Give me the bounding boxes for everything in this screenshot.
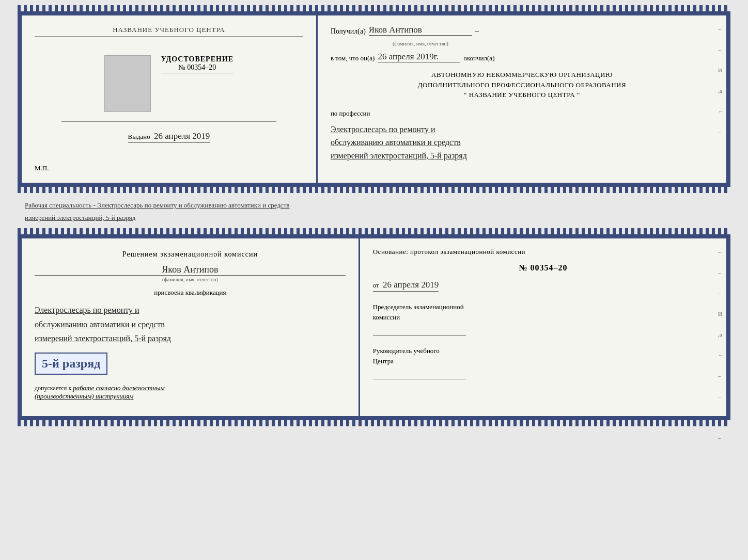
bottom-strip-diploma [18,187,730,193]
vydano-date: 26 апреля 2019 [154,131,210,141]
qual-prof-line3: измерений электростанций, 5-й разряд [35,331,346,345]
diploma-left-middle: УДОСТОВЕРЕНИЕ № 00354–20 Выдано 26 апрел… [35,55,303,143]
qual-prof-line2: обслуживанию автоматики и средств [35,317,346,331]
diploma-right-panel: Получил(а) Яков Антипов – (фамилия, имя,… [318,15,726,183]
fio-block: Яков Антипов (фамилия, имя, отчество) [35,264,346,282]
diploma-inner: НАЗВАНИЕ УЧЕБНОГО ЦЕНТРА УДОСТОВЕРЕНИЕ №… [18,11,730,187]
top-strip-qual [18,228,730,234]
top-strip [18,5,730,11]
diploma-center-name: НАЗВАНИЕ УЧЕБНОГО ЦЕНТРА [35,26,303,37]
dopuskaetsya-block: допускается к работе согласно должностны… [35,384,346,401]
specialty-text-line2: измерений электростанций, 5-й разряд [20,211,728,223]
bottom-strip-qual [18,420,730,426]
qual-right-panel: Основание: протокол экзаменационной коми… [360,238,726,416]
ano-line3: " НАЗВАНИЕ УЧЕБНОГО ЦЕНТРА " [331,90,713,100]
profession-line3: измерений электростанций, 5-й разряд [331,149,713,163]
protokol-number: № 00354–20 [373,263,713,273]
poluchil-label: Получил(а) [331,27,366,36]
dopuskaetsya-label: допускается к [35,385,71,392]
diploma-left-panel: НАЗВАНИЕ УЧЕБНОГО ЦЕНТРА УДОСТОВЕРЕНИЕ №… [22,15,318,183]
chairman-label: Председатель экзаменационной [373,302,713,312]
big-rank-badge: 5-й разряд [35,353,107,375]
qual-card-wrapper: Решением экзаменационной комиссии Яков А… [18,228,730,426]
ot-row: от 26 апреля 2019 [373,280,713,292]
vydano-row: Выдано 26 апреля 2019 [128,131,210,143]
ot-date: 26 апреля 2019 [383,280,439,290]
ano-line2: ДОПОЛНИТЕЛЬНОГО ПРОФЕССИОНАЛЬНОГО ОБРАЗО… [331,80,713,90]
qual-card: Решением экзаменационной комиссии Яков А… [18,234,730,420]
rukov-label: Руководитель учебного [373,346,713,356]
prisvоena-label: присвоена квалификация [35,289,346,297]
dopuskaetsya-text: работе согласно должностным [73,384,165,392]
vtom-date: 26 апреля 2019г. [378,52,439,61]
udost-number: № 00354–20 [161,63,233,73]
chairman-signature-line [373,325,466,335]
dopuskaetsya-text2: (производственным) инструкциям [35,392,134,400]
vtom-date-field: 26 апреля 2019г. [378,52,460,62]
side-marks: – – И ,а ← – [718,26,724,135]
resheniem-title: Решением экзаменационной комиссии [35,249,346,260]
profession-block: Электрослесарь по ремонту и обслуживанию… [331,123,713,163]
ot-label: от [373,281,379,289]
ano-block: АВТОНОМНУЮ НЕКОММЕРЧЕСКУЮ ОРГАНИЗАЦИЮ ДО… [331,70,713,100]
mp-label: М.П. [35,164,49,172]
vtom-label: в том, что он(а) [331,54,375,62]
dash: – [475,27,479,36]
qual-prof-line1: Электрослесарь по ремонту и [35,303,346,317]
qual-fio: Яков Антипов [35,264,346,275]
po-professii-label: по профессии [331,109,713,118]
fio-caption-top: (фамилия, имя, отчество) [393,41,713,46]
profession-line1: Электрослесарь по ремонту и [331,123,713,136]
osnovanie-title: Основание: протокол экзаменационной коми… [373,248,713,256]
specialty-separator: Рабочая специальность - Электрослесарь п… [18,197,730,224]
chairman-label2: комиссии [373,312,713,323]
vtom-row: в том, что он(а) 26 апреля 2019г. окончи… [331,52,713,62]
okonchil-label: окончил(а) [463,54,494,62]
diploma-card: НАЗВАНИЕ УЧЕБНОГО ЦЕНТРА УДОСТОВЕРЕНИЕ №… [18,5,730,193]
udost-row: УДОСТОВЕРЕНИЕ № 00354–20 [35,55,303,112]
rukov-label2: Центра [373,356,713,366]
poluchil-row: Получил(а) Яков Антипов – [331,25,713,36]
rukov-block: Руководитель учебного Центра [373,346,713,379]
vydano-label: Выдано [128,133,150,140]
qual-left-panel: Решением экзаменационной комиссии Яков А… [22,238,360,416]
specialty-text-line1: Рабочая специальность - Электрослесарь п… [20,198,728,211]
udost-text: УДОСТОВЕРЕНИЕ № 00354–20 [161,55,233,73]
udost-title: УДОСТОВЕРЕНИЕ [161,55,233,63]
profession-line2: обслуживанию автоматики и средств [331,136,713,149]
qual-side-marks: – – – И ,а ← – – – – [718,249,724,441]
recipient-name-field: Яков Антипов [369,25,472,36]
recipient-name: Яков Антипов [369,25,422,35]
chairman-block: Председатель экзаменационной комиссии [373,302,713,335]
ano-line1: АВТОНОМНУЮ НЕКОММЕРЧЕСКУЮ ОРГАНИЗАЦИЮ [331,70,713,80]
qual-fio-caption: (фамилия, имя, отчество) [35,275,346,282]
document-container: НАЗВАНИЕ УЧЕБНОГО ЦЕНТРА УДОСТОВЕРЕНИЕ №… [18,5,730,426]
qual-profession-block: Электрослесарь по ремонту и обслуживанию… [35,303,346,345]
rukov-signature-line [373,369,466,379]
photo-placeholder [104,55,151,112]
